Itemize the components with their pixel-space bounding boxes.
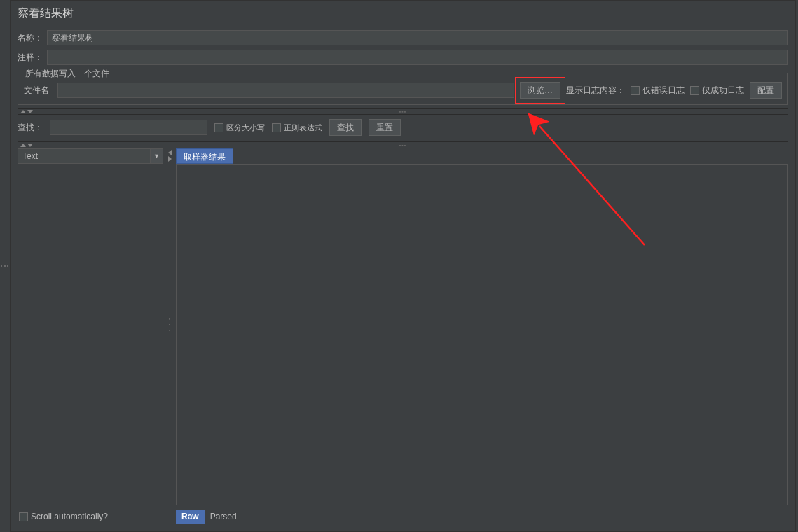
- checkbox-icon: [631, 86, 640, 95]
- collapse-bar-1[interactable]: ▪▪▪: [18, 108, 788, 115]
- results-tree[interactable]: [18, 164, 163, 505]
- error-only-checkbox[interactable]: 仅错误日志: [631, 85, 685, 97]
- result-content-area: [176, 164, 788, 505]
- dropdown-value: Text: [18, 149, 150, 163]
- case-sensitive-label: 区分大小写: [226, 122, 265, 133]
- collapse-down-icon: [27, 144, 33, 147]
- chevron-down-icon: ▼: [150, 149, 163, 163]
- vertical-splitter[interactable]: ▪▪▪: [163, 148, 176, 505]
- checkbox-icon: [690, 86, 699, 95]
- left-dock-handle[interactable]: [0, 0, 10, 532]
- render-type-dropdown[interactable]: Text ▼: [18, 148, 163, 164]
- splitter-right-icon: [168, 156, 172, 162]
- tab-parsed[interactable]: Parsed: [205, 510, 242, 524]
- reset-button[interactable]: 重置: [369, 119, 401, 136]
- filename-label: 文件名: [24, 85, 52, 97]
- comment-input[interactable]: [47, 50, 788, 65]
- checkbox-icon: [272, 123, 281, 132]
- file-output-fieldset: 所有数据写入一个文件 文件名 浏览… 显示日志内容： 仅错误日志 仅成功日志 配…: [18, 73, 788, 105]
- fieldset-legend: 所有数据写入一个文件: [22, 68, 112, 80]
- search-label: 查找：: [18, 122, 43, 134]
- collapse-down-icon: [27, 110, 33, 113]
- scroll-auto-label: Scroll automatically?: [31, 512, 108, 522]
- checkbox-icon: [214, 123, 223, 132]
- collapse-bar-2[interactable]: ▪▪▪: [18, 141, 788, 148]
- find-button[interactable]: 查找: [329, 119, 362, 136]
- regex-label: 正则表达式: [284, 122, 322, 133]
- comment-label: 注释：: [18, 52, 43, 64]
- name-label: 名称：: [18, 32, 43, 44]
- collapse-up-icon: [20, 110, 26, 113]
- panel-title: 察看结果树: [11, 1, 795, 28]
- tab-sampler-result[interactable]: 取样器结果: [176, 148, 233, 164]
- error-only-label: 仅错误日志: [642, 85, 685, 97]
- search-input[interactable]: [50, 120, 207, 135]
- grip-icon: ▪▪▪: [399, 143, 406, 148]
- filename-input[interactable]: [57, 83, 514, 98]
- case-sensitive-checkbox[interactable]: 区分大小写: [214, 122, 265, 133]
- grip-icon: ▪▪▪: [399, 109, 406, 114]
- log-content-label: 显示日志内容：: [566, 85, 625, 97]
- name-input[interactable]: [47, 30, 788, 46]
- config-button[interactable]: 配置: [750, 82, 782, 99]
- success-only-checkbox[interactable]: 仅成功日志: [690, 85, 744, 97]
- main-panel: 察看结果树 名称： 注释： 所有数据写入一个文件 文件名 浏览… 显示日志内容：…: [10, 0, 796, 532]
- success-only-label: 仅成功日志: [702, 85, 744, 97]
- browse-button[interactable]: 浏览…: [520, 82, 560, 99]
- splitter-left-icon: [168, 150, 172, 155]
- tab-raw[interactable]: Raw: [176, 510, 205, 524]
- regex-checkbox[interactable]: 正则表达式: [272, 122, 322, 133]
- grip-icon: ▪▪▪: [167, 316, 172, 333]
- checkbox-icon: [19, 512, 28, 522]
- scroll-auto-checkbox[interactable]: Scroll automatically?: [19, 512, 108, 522]
- collapse-up-icon: [20, 144, 26, 147]
